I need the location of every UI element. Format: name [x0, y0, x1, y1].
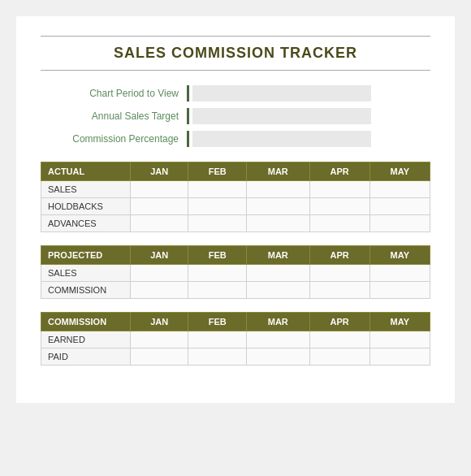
- table-row: EARNED: [41, 331, 430, 348]
- cell-1-3: [309, 348, 369, 366]
- setting-input-0[interactable]: [192, 85, 371, 102]
- cell-1-1: [188, 198, 246, 215]
- cell-2-1: [188, 215, 246, 232]
- table-header-main-actual: ACTUAL: [41, 162, 131, 181]
- cell-1-1: [188, 282, 246, 299]
- table-header-month-3: APR: [309, 162, 369, 181]
- cell-0-0: [131, 181, 188, 198]
- cell-0-2: [246, 181, 309, 198]
- row-label: COMMISSION: [41, 282, 131, 299]
- setting-input-wrapper-0: [187, 85, 371, 102]
- cell-0-4: [369, 181, 430, 198]
- table-header-month-0: JAN: [131, 313, 188, 331]
- cell-0-2: [246, 265, 309, 282]
- cell-1-0: [131, 282, 188, 299]
- table-header-month-3: APR: [309, 246, 369, 265]
- table-section-actual: ACTUALJANFEBMARAPRMAYSALESHOLDBACKSADVAN…: [41, 162, 430, 232]
- table-header-month-3: APR: [309, 313, 369, 331]
- setting-input-wrapper-1: [187, 108, 371, 124]
- cell-0-3: [309, 265, 369, 282]
- table-header-month-2: MAR: [246, 313, 309, 331]
- setting-label-1: Annual Sales Target: [57, 110, 187, 122]
- table-header-month-0: JAN: [131, 246, 188, 265]
- cell-1-2: [246, 348, 309, 366]
- table-header-main-projected: PROJECTED: [41, 246, 131, 265]
- cell-1-3: [309, 198, 369, 215]
- cell-0-4: [369, 265, 430, 282]
- table-header-month-4: MAY: [369, 162, 430, 181]
- cell-0-3: [309, 331, 369, 348]
- cell-2-3: [309, 215, 369, 232]
- setting-row-2: Commission Percentage: [57, 131, 430, 147]
- cell-1-0: [131, 198, 188, 215]
- cell-2-0: [131, 215, 188, 232]
- row-label: EARNED: [41, 331, 131, 348]
- setting-row-1: Annual Sales Target: [57, 108, 430, 124]
- table-row: PAID: [41, 348, 430, 366]
- cell-0-0: [131, 265, 188, 282]
- page-title: SALES COMMISSION TRACKER: [41, 40, 430, 67]
- cell-1-1: [188, 348, 246, 366]
- row-label: ADVANCES: [41, 215, 131, 232]
- table-header-month-1: FEB: [188, 246, 246, 265]
- cell-2-2: [246, 215, 309, 232]
- table-header-month-0: JAN: [131, 162, 188, 181]
- table-header-month-1: FEB: [188, 162, 246, 181]
- table-row: ADVANCES: [41, 215, 430, 232]
- table-header-row-actual: ACTUALJANFEBMARAPRMAY: [41, 162, 430, 181]
- table-header-month-1: FEB: [188, 313, 246, 331]
- cell-1-2: [246, 198, 309, 215]
- cell-0-4: [369, 331, 430, 348]
- cell-0-1: [188, 181, 246, 198]
- table-section-commission: COMMISSIONJANFEBMARAPRMAYEARNEDPAID: [41, 312, 430, 366]
- row-label: SALES: [41, 265, 131, 282]
- table-header-row-commission: COMMISSIONJANFEBMARAPRMAY: [41, 313, 430, 331]
- table-projected: PROJECTEDJANFEBMARAPRMAYSALESCOMMISSION: [41, 245, 430, 299]
- bottom-divider: [41, 70, 430, 71]
- setting-row-0: Chart Period to View: [57, 85, 430, 102]
- setting-label-2: Commission Percentage: [57, 133, 187, 145]
- table-actual: ACTUALJANFEBMARAPRMAYSALESHOLDBACKSADVAN…: [41, 162, 430, 232]
- cell-0-1: [188, 265, 246, 282]
- cell-1-4: [369, 282, 430, 299]
- row-label: SALES: [41, 181, 131, 198]
- cell-2-4: [369, 215, 430, 232]
- setting-label-0: Chart Period to View: [57, 88, 187, 99]
- cell-0-1: [188, 331, 246, 348]
- cell-1-3: [309, 282, 369, 299]
- page-container: SALES COMMISSION TRACKER Chart Period to…: [16, 16, 455, 403]
- table-header-month-2: MAR: [246, 246, 309, 265]
- cell-1-0: [131, 348, 188, 366]
- table-section-projected: PROJECTEDJANFEBMARAPRMAYSALESCOMMISSION: [41, 245, 430, 299]
- table-header-main-commission: COMMISSION: [41, 313, 131, 331]
- cell-1-4: [369, 348, 430, 366]
- tables-container: ACTUALJANFEBMARAPRMAYSALESHOLDBACKSADVAN…: [41, 162, 430, 366]
- table-row: SALES: [41, 265, 430, 282]
- table-row: SALES: [41, 181, 430, 198]
- top-divider: [41, 36, 430, 37]
- title-section: SALES COMMISSION TRACKER: [41, 36, 430, 71]
- cell-1-2: [246, 282, 309, 299]
- row-label: PAID: [41, 348, 131, 366]
- table-header-month-4: MAY: [369, 313, 430, 331]
- cell-1-4: [369, 198, 430, 215]
- table-header-month-4: MAY: [369, 246, 430, 265]
- table-row: HOLDBACKS: [41, 198, 430, 215]
- table-commission: COMMISSIONJANFEBMARAPRMAYEARNEDPAID: [41, 312, 430, 366]
- row-label: HOLDBACKS: [41, 198, 131, 215]
- settings-section: Chart Period to ViewAnnual Sales TargetC…: [57, 85, 430, 147]
- cell-0-3: [309, 181, 369, 198]
- cell-0-0: [131, 331, 188, 348]
- setting-input-2[interactable]: [192, 131, 371, 147]
- cell-0-2: [246, 331, 309, 348]
- table-header-month-2: MAR: [246, 162, 309, 181]
- table-row: COMMISSION: [41, 282, 430, 299]
- table-header-row-projected: PROJECTEDJANFEBMARAPRMAY: [41, 246, 430, 265]
- setting-input-wrapper-2: [187, 131, 371, 147]
- setting-input-1[interactable]: [192, 108, 371, 124]
